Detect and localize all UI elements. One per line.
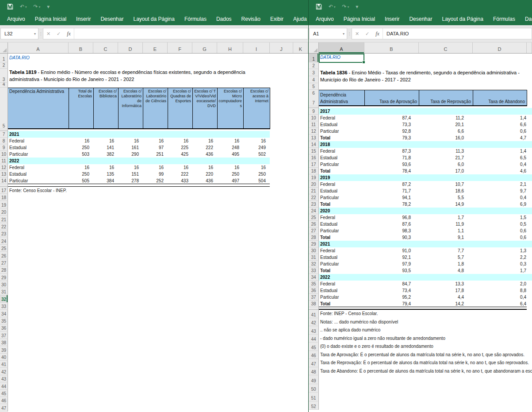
row-header-45[interactable]: 45: [0, 390, 8, 397]
data-cell[interactable]: 16: [168, 138, 192, 144]
data-cell[interactable]: 94,1: [364, 194, 419, 201]
data-cell[interactable]: 11,9: [419, 221, 473, 227]
column-header-B[interactable]: B: [364, 42, 419, 53]
data-cell[interactable]: 98,3: [364, 227, 419, 234]
row-cells[interactable]: Estadual73,417,88,8: [319, 287, 532, 294]
column-header-E[interactable]: E: [143, 42, 168, 53]
data-cell[interactable]: 222: [192, 144, 217, 151]
data-cell[interactable]: 1,7: [473, 267, 532, 274]
name-box[interactable]: L32▾: [0, 28, 38, 39]
name-box-dropdown-icon[interactable]: ▾: [34, 32, 36, 36]
row-header-9[interactable]: 9: [0, 144, 8, 151]
data-cell[interactable]: 1,3: [473, 247, 532, 254]
row-header-18[interactable]: 18: [0, 194, 8, 201]
row-cells[interactable]: [319, 375, 532, 384]
row-cells[interactable]: Total90,39,10,6: [319, 234, 532, 241]
data-cell[interactable]: 16: [168, 164, 192, 171]
row-cells[interactable]: Particular95,24,40,4: [319, 294, 532, 300]
data-cell[interactable]: 16: [69, 138, 93, 144]
row-header-14[interactable]: 14: [309, 141, 319, 148]
row-cells[interactable]: [8, 230, 308, 237]
data-cell[interactable]: 97: [143, 144, 168, 151]
ribbon-tab-inserir[interactable]: Inserir: [380, 13, 404, 25]
row-header-24[interactable]: 24: [0, 237, 8, 244]
select-all-corner[interactable]: [0, 42, 8, 53]
row-header-42[interactable]: 42: [309, 318, 319, 327]
column-header-D[interactable]: D: [118, 42, 143, 53]
row-header-23[interactable]: 23: [0, 230, 8, 237]
row-cells[interactable]: [8, 259, 308, 266]
data-cell[interactable]: 250: [69, 144, 93, 151]
row-cells[interactable]: [8, 382, 308, 389]
row-header-22[interactable]: 22: [0, 223, 8, 230]
row-cells[interactable]: 2020: [319, 208, 532, 214]
data-cell[interactable]: 161: [118, 144, 143, 151]
row-header-20[interactable]: 20: [309, 181, 319, 188]
row-header-31[interactable]: 31: [309, 254, 319, 261]
data-cell[interactable]: 14,9: [419, 201, 473, 208]
selected-cell-a1[interactable]: DATA.RIO: [319, 54, 364, 63]
data-cell[interactable]: 505: [69, 177, 93, 184]
data-cell[interactable]: 4,7: [473, 135, 532, 141]
row-cells[interactable]: [8, 339, 308, 346]
row-header-6-7[interactable]: 67: [309, 90, 319, 106]
data-cell[interactable]: 16,0: [419, 135, 473, 141]
data-cell[interactable]: 252: [143, 177, 168, 184]
column-header-C[interactable]: C: [419, 42, 473, 53]
data-cell[interactable]: 0,6: [473, 234, 532, 241]
row-header-33[interactable]: 33: [0, 303, 8, 310]
ribbon-tab-arquivo[interactable]: Arquivo: [311, 13, 339, 25]
row-cells[interactable]: .. não se aplica dado numérico: [319, 326, 532, 335]
row-header-38[interactable]: 38: [0, 339, 8, 346]
column-header-I[interactable]: I: [243, 42, 270, 53]
undo-icon[interactable]: ↶▾: [20, 4, 27, 9]
data-cell[interactable]: 96,8: [364, 214, 419, 221]
data-cell[interactable]: 4,4: [419, 294, 473, 300]
data-cell[interactable]: 93,6: [364, 161, 419, 168]
row-header-10[interactable]: 10: [0, 151, 8, 158]
row-cells[interactable]: Taxa de Abandono: É o percentual de alun…: [319, 367, 532, 376]
column-header-D[interactable]: D: [473, 42, 527, 53]
row-cells[interactable]: [8, 223, 308, 230]
column-header-C[interactable]: C: [93, 42, 118, 53]
row-cells[interactable]: [8, 354, 308, 361]
enter-icon[interactable]: ✓: [362, 31, 372, 37]
row-cells[interactable]: [8, 331, 308, 339]
row-cells[interactable]: [8, 237, 308, 244]
data-cell[interactable]: 0,3: [473, 261, 532, 267]
row-cells[interactable]: [8, 266, 308, 273]
ribbon-tab-desenhar[interactable]: Desenhar: [96, 13, 128, 25]
row-cells[interactable]: [319, 384, 532, 393]
row-header-4[interactable]: 4: [309, 76, 319, 83]
row-cells[interactable]: [319, 62, 532, 69]
data-cell[interactable]: 220: [192, 171, 217, 177]
column-header-H[interactable]: H: [217, 42, 243, 53]
data-cell[interactable]: 9,1: [419, 234, 473, 241]
row-header-29[interactable]: 29: [309, 241, 319, 247]
row-cells[interactable]: [8, 281, 308, 288]
row-header-43[interactable]: 43: [309, 326, 319, 335]
row-header-21[interactable]: 21: [0, 216, 8, 223]
data-cell[interactable]: 495: [217, 151, 243, 158]
row-cells[interactable]: Fonte: INEP - Censo Escolar.: [319, 310, 532, 318]
row-header-32[interactable]: 32: [0, 295, 8, 302]
row-cells[interactable]: [8, 208, 308, 216]
row-cells[interactable]: Estadual87,611,90,5: [319, 221, 532, 227]
row-cells[interactable]: [8, 295, 308, 302]
data-cell[interactable]: 91,0: [364, 247, 419, 254]
cancel-icon[interactable]: ✕: [43, 31, 54, 37]
data-cell[interactable]: 1,8: [419, 261, 473, 267]
row-cells[interactable]: [8, 288, 308, 295]
row-header-41[interactable]: 41: [309, 310, 319, 318]
column-header-B[interactable]: B: [69, 42, 93, 53]
data-cell[interactable]: 71,8: [364, 154, 419, 161]
data-cell[interactable]: 21,7: [419, 154, 473, 161]
row-header-17[interactable]: 17: [309, 161, 319, 168]
row-cells[interactable]: Particular503382290251425436495502: [8, 151, 308, 158]
data-cell[interactable]: 17,0: [419, 168, 473, 174]
data-cell[interactable]: 16: [192, 138, 217, 144]
data-cell[interactable]: 248: [217, 144, 243, 151]
row-cells[interactable]: Estadual25014116197225222248249: [8, 144, 308, 151]
data-cell[interactable]: 222: [168, 171, 192, 177]
row-header-37[interactable]: 37: [0, 331, 8, 339]
